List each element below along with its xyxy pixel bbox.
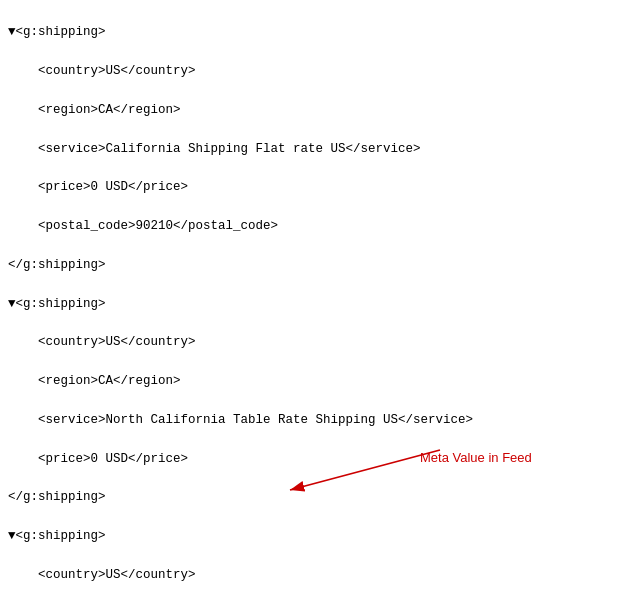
xml-line: ▼<g:shipping> [8,295,613,314]
xml-line: <country>US</country> [8,62,613,81]
xml-line: <country>US</country> [8,333,613,352]
xml-line: <postal_code>90210</postal_code> [8,217,613,236]
xml-line: <country>US</country> [8,566,613,585]
xml-line: <service>North California Table Rate Shi… [8,411,613,430]
xml-line: <price>0 USD</price> [8,178,613,197]
xml-viewer: ▼<g:shipping> <country>US</country> <reg… [8,4,613,589]
xml-line: ▼<g:shipping> [8,527,613,546]
annotation-label: Meta Value in Feed [420,450,532,465]
xml-line: <region>CA</region> [8,372,613,391]
xml-line: <region>CA</region> [8,101,613,120]
xml-line: </g:shipping> [8,256,613,275]
xml-line: ▼<g:shipping> [8,23,613,42]
xml-line: <service>California Shipping Flat rate U… [8,140,613,159]
xml-line: </g:shipping> [8,488,613,507]
